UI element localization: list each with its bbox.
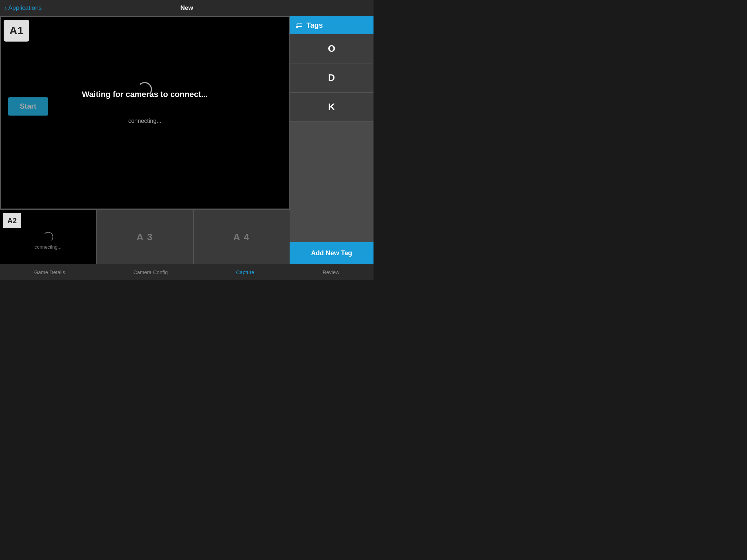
sub-camera-a3-label: A 3 [136, 232, 153, 243]
tag-item-o-label: O [328, 43, 335, 54]
back-button[interactable]: ‹ Applications [4, 4, 42, 12]
chevron-left-icon: ‹ [4, 4, 7, 12]
sub-camera-a4[interactable]: A 4 [194, 210, 290, 264]
tab-camera-config[interactable]: Camera Config [126, 267, 175, 278]
tag-items-list: O D K [290, 34, 374, 242]
sub-camera-a4-label: A 4 [233, 232, 250, 243]
main-camera-view: A1 Waiting for cameras to connect... Sta… [0, 16, 290, 209]
sub-camera-a2[interactable]: A2 connecting... [0, 210, 97, 264]
sub-connecting-text-a2: connecting... [35, 244, 62, 250]
main-layout: A1 Waiting for cameras to connect... Sta… [0, 16, 374, 264]
back-label: Applications [8, 4, 42, 12]
sub-loading-spinner-a2 [43, 232, 53, 242]
add-new-tag-button[interactable]: Add New Tag [290, 242, 374, 264]
top-nav-bar: ‹ Applications New [0, 0, 374, 16]
bottom-cameras-row: A2 connecting... A 3 A 4 [0, 209, 290, 264]
sub-spinner-container-a2: connecting... [35, 232, 62, 250]
bottom-tab-bar: Game Details Camera Config Capture Revie… [0, 264, 374, 280]
tag-item-k-label: K [328, 101, 335, 113]
spinner-container: connecting... [128, 82, 162, 124]
right-sidebar: 🏷 Tags O D K Add New Tag [290, 16, 374, 264]
loading-spinner [138, 82, 152, 97]
main-camera-label: A1 [4, 20, 29, 42]
sub-camera-a2-label: A2 [3, 213, 21, 228]
tag-icon: 🏷 [295, 21, 303, 30]
tab-review[interactable]: Review [315, 267, 347, 278]
tab-game-details[interactable]: Game Details [27, 267, 73, 278]
tag-item-d-label: D [328, 72, 335, 83]
start-button[interactable]: Start [8, 97, 48, 116]
sidebar-header-title: Tags [306, 21, 323, 30]
tag-item-d[interactable]: D [290, 63, 374, 93]
tab-capture[interactable]: Capture [229, 267, 262, 278]
sidebar-header: 🏷 Tags [290, 16, 374, 34]
content-area: A1 Waiting for cameras to connect... Sta… [0, 16, 290, 264]
tag-item-k[interactable]: K [290, 93, 374, 122]
tag-item-o[interactable]: O [290, 34, 374, 63]
page-title: New [181, 4, 193, 12]
connecting-text: connecting... [128, 118, 162, 124]
sub-camera-a3[interactable]: A 3 [97, 210, 193, 264]
